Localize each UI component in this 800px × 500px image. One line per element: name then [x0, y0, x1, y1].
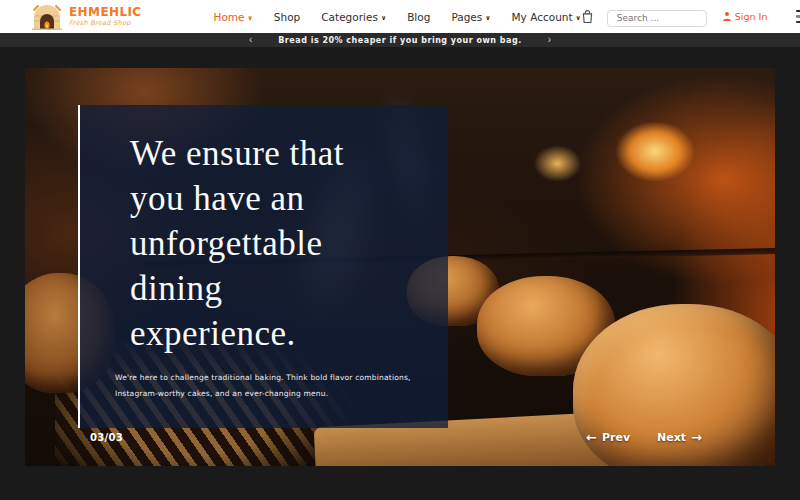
slider-next-button[interactable]: Next → — [657, 430, 702, 445]
nav-item-my-account[interactable]: My Account ∨ — [512, 11, 581, 23]
cart-button[interactable] — [581, 9, 594, 24]
arrow-right-icon: → — [691, 430, 702, 445]
hero-heading: We ensure that you have an unforgettable… — [80, 105, 380, 356]
chevron-down-icon: ∨ — [485, 14, 490, 22]
announcement-next-button[interactable]: › — [546, 35, 553, 45]
nav-item-home[interactable]: Home ∨ — [214, 11, 253, 23]
chevron-right-icon: › — [548, 34, 551, 45]
header-tools: Sign In — [581, 6, 800, 27]
hamburger-icon — [796, 10, 800, 12]
search-box — [607, 6, 707, 27]
hero-description: We're here to challenge traditional baki… — [115, 370, 437, 402]
hero-slider: We ensure that you have an unforgettable… — [25, 68, 775, 466]
logo[interactable]: EHMEHLIC Fresh Bread Shop — [30, 3, 142, 30]
hero-text-panel: We ensure that you have an unforgettable… — [78, 105, 448, 428]
nav-item-categories[interactable]: Categories ∨ — [321, 11, 386, 23]
main-nav: Home ∨ Shop Categories ∨ Blog Pages ∨ My… — [214, 11, 581, 23]
slider-navigation: ← Prev Next → — [586, 430, 702, 445]
logo-name: EHMEHLIC — [69, 6, 142, 18]
shopping-bag-icon — [581, 9, 594, 24]
logo-tagline: Fresh Bread Shop — [69, 20, 142, 27]
nav-item-pages[interactable]: Pages ∨ — [451, 11, 490, 23]
announcement-text: Bread is 20% cheaper if you bring your o… — [278, 36, 521, 45]
chevron-down-icon: ∨ — [248, 14, 253, 22]
menu-button[interactable] — [796, 10, 800, 23]
oven-logo-icon — [30, 3, 64, 30]
sign-in-link[interactable]: Sign In — [722, 11, 768, 22]
search-input[interactable] — [607, 10, 707, 27]
user-icon — [722, 11, 732, 22]
site-header: EHMEHLIC Fresh Bread Shop Home ∨ Shop Ca… — [0, 0, 800, 33]
arrow-left-icon: ← — [586, 430, 597, 445]
nav-item-shop[interactable]: Shop — [274, 11, 300, 23]
nav-item-blog[interactable]: Blog — [407, 11, 430, 23]
slider-prev-button[interactable]: ← Prev — [586, 430, 630, 445]
announcement-prev-button[interactable]: ‹ — [247, 35, 254, 45]
chevron-left-icon: ‹ — [249, 34, 252, 45]
chevron-down-icon: ∨ — [381, 14, 386, 22]
announcement-bar: ‹ Bread is 20% cheaper if you bring your… — [0, 33, 800, 47]
slide-indicator: 03/03 — [90, 432, 123, 443]
